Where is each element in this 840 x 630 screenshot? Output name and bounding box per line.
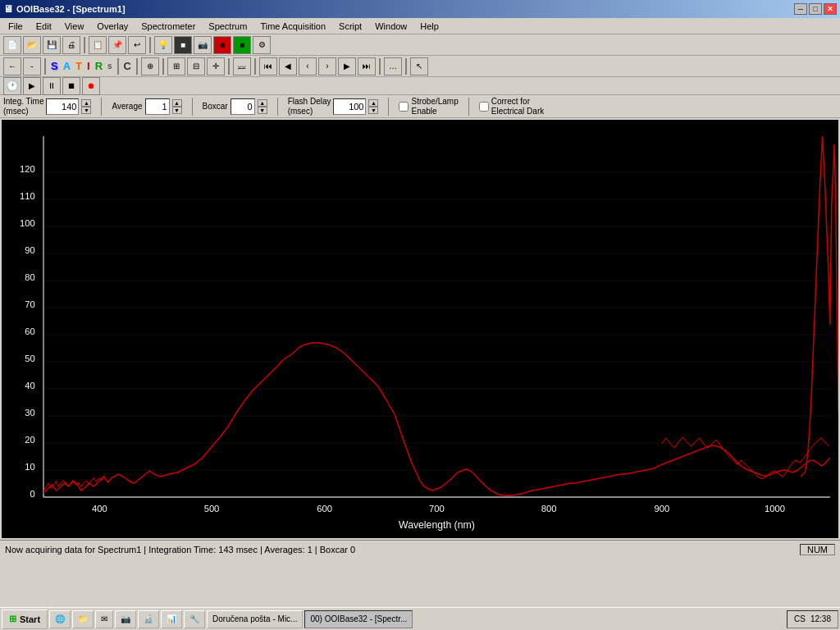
correct-for-checkbox[interactable] [479,102,489,112]
window-title: OOIBase32 - [Spectrum1] [16,4,126,14]
print-button[interactable]: 🖨 [62,36,80,54]
back-button[interactable]: ‹ [299,57,317,75]
menu-spectrum[interactable]: Spectrum [202,20,253,33]
svg-text:20: 20 [25,435,34,445]
stop-button[interactable]: ⏹ [62,77,80,95]
boxcar-up[interactable]: ▲ [258,99,267,107]
copy-button[interactable]: 📋 [89,36,107,54]
s-button[interactable]: S [49,60,60,72]
dash-button[interactable]: - [23,57,41,75]
taskbar-camera[interactable]: 📷 [115,610,136,628]
fwd-button[interactable]: › [318,57,336,75]
light-button[interactable]: 💡 [154,36,172,54]
start-button[interactable]: ⊞ Start [2,609,48,629]
status-text: Now acquiring data for Spectrum1 | Integ… [5,545,355,555]
svg-text:900: 900 [654,504,669,514]
r-button[interactable]: R [94,60,104,72]
svg-text:1000: 1000 [765,504,785,514]
dots-button[interactable]: … [384,57,402,75]
close-button[interactable]: ✕ [824,3,837,15]
save-button[interactable]: 💾 [43,36,61,54]
menu-time-acquisition[interactable]: Time Acquisition [253,20,332,33]
average-down[interactable]: ▼ [172,107,182,114]
new-button[interactable]: 📄 [3,36,21,54]
cursor-button[interactable]: ↖ [410,57,428,75]
average-up[interactable]: ▲ [172,99,182,107]
params-sep3 [277,98,278,116]
boxcar-input[interactable]: 0 [231,98,255,115]
params-bar: Integ. Time(msec) 140 ▲ ▼ Average 1 ▲ ▼ … [0,95,840,118]
camera-button[interactable]: 📷 [194,36,212,54]
last-button[interactable]: ⏭ [358,57,376,75]
flash-delay-input[interactable]: 100 [333,98,366,115]
integ-time-down[interactable]: ▼ [81,107,91,114]
clock-button[interactable]: 🕐 [3,77,21,95]
svg-text:120: 120 [20,164,35,174]
taskbar-misc1[interactable]: 🔬 [138,610,159,628]
strobe-lamp-checkbox[interactable] [399,102,409,112]
record-button[interactable]: ⏺ [82,77,100,95]
title-controls: ─ □ ✕ [794,3,837,15]
taskbar-right: CS 12:38 [787,610,838,628]
undo-button[interactable]: ↩ [128,36,146,54]
taskbar-window-ooibase[interactable]: 00) OOIBase32 - [Spectr... [304,610,413,628]
menu-overlay[interactable]: Overlay [90,20,135,33]
play-button[interactable]: ▶ [23,77,41,95]
scope-button[interactable]: ⏕ [233,57,251,75]
menu-window[interactable]: Window [368,20,413,33]
boxcar-down[interactable]: ▼ [258,107,267,114]
menu-spectrometer[interactable]: Spectrometer [135,20,202,33]
taskbar-window-mail[interactable]: Doručena pošta - Mic... [207,610,303,628]
integ-time-input[interactable]: 140 [46,98,79,115]
s2-button[interactable]: s [106,62,114,71]
flash-delay-down[interactable]: ▼ [368,107,378,114]
paste-button[interactable]: 📌 [108,36,126,54]
open-button[interactable]: 📂 [23,36,41,54]
average-input[interactable]: 1 [145,98,170,115]
taskbar-explorer[interactable]: 📁 [72,610,94,628]
average-label: Average [112,102,142,111]
maximize-button[interactable]: □ [809,3,822,15]
svg-text:30: 30 [25,408,34,418]
next-button[interactable]: ▶ [338,57,356,75]
settings-button[interactable]: ⚙ [253,36,271,54]
c-button[interactable]: C [122,60,133,72]
grid-button[interactable]: ⊞ [167,57,185,75]
integ-time-up[interactable]: ▲ [81,99,91,107]
app-icon: 🖥 [3,3,13,15]
t-button[interactable]: T [74,60,84,72]
flash-delay-group: Flash Delay(msec) 100 ▲ ▼ [288,97,379,116]
params-sep1 [101,98,102,116]
center-button[interactable]: ✛ [207,57,225,75]
taskbar-ie[interactable]: 🌐 [49,610,71,628]
menu-edit[interactable]: Edit [30,20,58,33]
taskbar-misc3[interactable]: 🔧 [184,610,205,628]
menu-script[interactable]: Script [332,20,368,33]
crosshair-button[interactable]: ⊕ [141,57,159,75]
arrow-button[interactable]: ← [3,57,21,75]
integ-time-label: Integ. Time(msec) [3,97,43,116]
color-green-button[interactable]: ■ [233,36,251,54]
svg-text:50: 50 [25,354,34,363]
menu-view[interactable]: View [58,20,91,33]
start-label: Start [20,614,40,624]
zoom-button[interactable]: ⊟ [187,57,205,75]
svg-text:Wavelength (nm): Wavelength (nm) [399,519,475,531]
prev-button[interactable]: ◀ [279,57,297,75]
sep9 [379,58,381,75]
params-sep5 [468,98,469,116]
svg-text:800: 800 [541,504,557,514]
a-button[interactable]: A [62,60,72,72]
dark-button[interactable]: ■ [174,36,192,54]
flash-delay-up[interactable]: ▲ [368,99,378,107]
i-button[interactable]: I [85,60,92,72]
minimize-button[interactable]: ─ [794,3,807,15]
menu-file[interactable]: File [2,20,30,33]
menu-help[interactable]: Help [413,20,445,33]
taskbar-misc2[interactable]: 📊 [161,610,182,628]
svg-text:60: 60 [25,326,34,336]
first-button[interactable]: ⏮ [259,57,277,75]
color-red-button[interactable]: ■ [213,36,231,54]
taskbar-mail[interactable]: ✉ [95,610,113,628]
pause-button[interactable]: ⏸ [43,77,61,95]
